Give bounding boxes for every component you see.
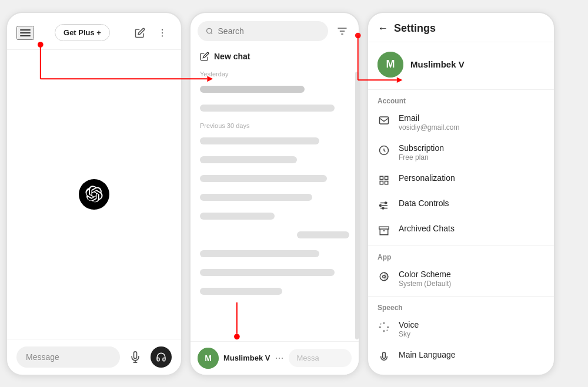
data-controls-label: Data Controls [399, 198, 449, 208]
svg-rect-15 [385, 181, 388, 184]
divider [368, 296, 554, 297]
voice-label: Voice [399, 320, 419, 329]
search-icon [206, 27, 213, 35]
user-section: M Muslimbek V [368, 42, 554, 87]
color-scheme-item[interactable]: Color Scheme System (Default) [368, 264, 554, 294]
message-placeholder: Message [26, 352, 59, 362]
archived-chats-text: Archived Chats [399, 224, 455, 233]
email-text: Email vosidiy@gmail.com [399, 113, 460, 132]
voice-item[interactable]: Voice Sky [368, 314, 554, 344]
voice-value: Sky [399, 330, 419, 338]
list-item[interactable] [191, 244, 359, 263]
panel2-header [191, 13, 359, 47]
back-button[interactable]: ← [377, 22, 388, 35]
subscription-label: Subscription [399, 143, 444, 153]
message-area[interactable]: Messa [289, 349, 352, 367]
main-language-label: Main Language [399, 350, 456, 359]
personalization-label: Personalization [399, 173, 455, 183]
archived-chats-label: Archived Chats [399, 224, 455, 233]
divider [368, 245, 554, 246]
svg-line-28 [380, 324, 381, 324]
filter-icon[interactable] [333, 22, 352, 41]
more-icon-button[interactable] [153, 23, 172, 42]
username-label: Muslimbek V [223, 354, 270, 362]
list-item[interactable] [191, 99, 359, 117]
color-scheme-icon [377, 270, 390, 283]
list-item[interactable] [191, 132, 359, 150]
svg-rect-22 [379, 227, 389, 229]
panel-1: Get Plus + [6, 12, 182, 376]
panel1-header: Get Plus + [7, 13, 181, 50]
get-plus-button[interactable]: Get Plus + [55, 24, 110, 41]
svg-rect-10 [380, 117, 389, 124]
search-input[interactable] [218, 26, 320, 36]
data-controls-icon [377, 199, 390, 212]
edit-icon-button[interactable] [131, 23, 149, 42]
personalization-text: Personalization [399, 173, 455, 183]
new-chat-icon [200, 52, 209, 61]
list-item[interactable] [191, 282, 359, 301]
color-scheme-text: Color Scheme System (Default) [399, 270, 451, 288]
section-yesterday: Yesterday [191, 66, 359, 80]
main-language-item[interactable]: Main Language [368, 344, 554, 369]
voice-icon [377, 321, 390, 334]
headphone-icon-button[interactable] [151, 346, 172, 368]
svg-rect-14 [380, 181, 383, 184]
personalization-item[interactable]: Personalization [368, 167, 554, 193]
new-chat-label: New chat [214, 52, 250, 61]
email-label: Email [399, 113, 460, 123]
archived-chats-item[interactable]: Archived Chats [368, 218, 554, 243]
email-value: vosidiy@gmail.com [399, 123, 460, 132]
archived-chats-icon [377, 224, 390, 237]
get-plus-label: Get Plus + [64, 28, 101, 37]
user-avatar: M [198, 348, 219, 369]
subscription-icon [377, 144, 390, 157]
menu-icon-button[interactable] [16, 26, 34, 40]
speech-section-label: Speech [368, 299, 554, 314]
section-previous: Previous 30 days [191, 117, 359, 132]
divider [368, 89, 554, 90]
email-icon [377, 114, 390, 127]
data-controls-item[interactable]: Data Controls [368, 193, 554, 218]
list-item[interactable] [191, 80, 359, 99]
data-controls-text: Data Controls [399, 198, 449, 208]
scrollbar[interactable] [355, 72, 359, 339]
panel-3: ← Settings M Muslimbek V Account [367, 12, 555, 376]
user-avatar: M [377, 52, 403, 78]
email-item[interactable]: Email vosidiy@gmail.com [368, 107, 554, 137]
header-icons [131, 23, 172, 42]
subscription-item[interactable]: Subscription Free plan [368, 137, 554, 167]
svg-point-0 [162, 29, 163, 30]
panel-2: New chat Yesterday Previous 30 days [189, 12, 360, 376]
svg-point-20 [385, 202, 387, 204]
main-language-icon [377, 351, 390, 364]
list-item[interactable] [191, 169, 359, 188]
user-name: Muslimbek V [410, 59, 465, 69]
messa-label: Messa [297, 354, 319, 362]
list-item[interactable] [191, 150, 359, 169]
chatgpt-logo [79, 179, 109, 210]
list-item[interactable] [191, 188, 359, 207]
list-item[interactable] [191, 226, 359, 244]
new-chat-button[interactable]: New chat [191, 47, 359, 66]
main-language-text: Main Language [399, 350, 456, 359]
search-bar[interactable] [198, 21, 328, 41]
color-scheme-label: Color Scheme [399, 270, 451, 279]
voice-icon-button[interactable] [125, 346, 146, 368]
svg-line-29 [387, 329, 387, 330]
svg-point-18 [380, 204, 382, 206]
svg-point-5 [207, 28, 212, 33]
svg-rect-13 [385, 176, 388, 179]
app-section-label: App [368, 248, 554, 264]
settings-title: Settings [394, 22, 436, 35]
voice-text: Voice Sky [399, 320, 419, 338]
personalization-icon [377, 174, 390, 187]
list-item[interactable] [191, 263, 359, 282]
message-input[interactable]: Message [16, 346, 120, 368]
more-dots[interactable]: ··· [275, 352, 284, 364]
svg-line-6 [211, 32, 212, 33]
list-item[interactable] [191, 207, 359, 226]
account-section-label: Account [368, 92, 554, 107]
svg-rect-12 [380, 176, 383, 179]
color-scheme-value: System (Default) [399, 280, 451, 288]
